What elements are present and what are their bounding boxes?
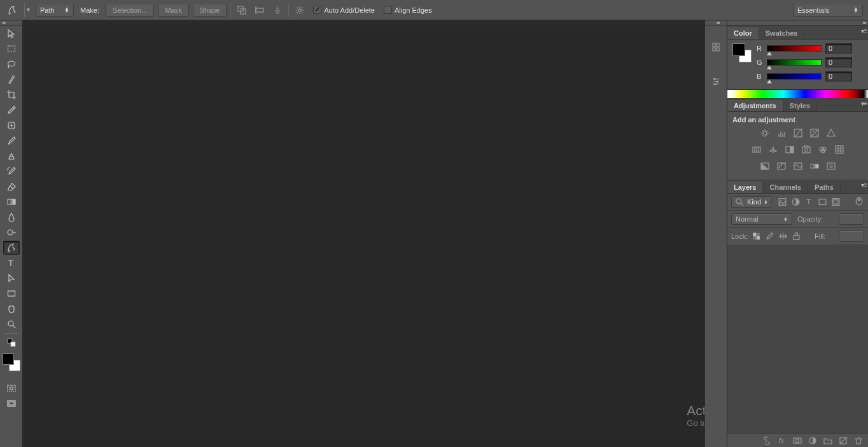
tab-layers[interactable]: Layers <box>727 181 763 193</box>
eraser-tool-icon[interactable] <box>3 180 20 194</box>
screen-mode-icon[interactable] <box>3 397 20 411</box>
tab-styles[interactable]: Styles <box>783 100 817 111</box>
color-fgbg-swatch[interactable] <box>732 43 752 62</box>
g-input[interactable] <box>825 57 852 67</box>
lasso-tool-icon[interactable] <box>3 57 20 71</box>
quick-mask-icon[interactable] <box>3 381 20 395</box>
filter-pixel-icon[interactable] <box>778 197 787 207</box>
path-ops-combine-icon[interactable] <box>235 3 249 17</box>
marquee-tool-icon[interactable] <box>3 42 20 56</box>
photo-filter-icon[interactable] <box>800 144 813 155</box>
dodge-tool-icon[interactable] <box>3 225 20 239</box>
posterize-icon[interactable] <box>775 160 788 172</box>
lock-all-icon[interactable] <box>792 232 801 241</box>
filter-toggle-icon[interactable] <box>854 196 864 208</box>
canvas-area[interactable] <box>23 25 704 447</box>
brush-tool-icon[interactable] <box>3 134 20 148</box>
hue-saturation-icon[interactable] <box>750 144 763 155</box>
gradient-map-icon[interactable] <box>808 160 821 172</box>
tool-preset-picker[interactable]: ▼ <box>24 3 32 17</box>
levels-icon[interactable] <box>775 127 788 139</box>
healing-brush-tool-icon[interactable] <box>3 118 20 132</box>
filter-smart-icon[interactable] <box>831 197 841 207</box>
history-panel-icon[interactable] <box>707 38 725 56</box>
path-selection-tool-icon[interactable] <box>3 271 20 285</box>
panel-menu-icon[interactable]: ▾≡ <box>861 181 867 188</box>
make-mask-button[interactable]: Mask <box>158 4 188 17</box>
eyedropper-tool-icon[interactable] <box>3 103 20 117</box>
link-layers-icon[interactable] <box>762 436 771 445</box>
tab-adjustments[interactable]: Adjustments <box>727 100 783 111</box>
make-selection-button[interactable]: Selection... <box>106 4 154 17</box>
active-tool-icon[interactable] <box>4 2 20 18</box>
lock-transparent-icon[interactable] <box>752 232 761 241</box>
b-input[interactable] <box>825 71 852 82</box>
layers-list[interactable] <box>727 245 868 433</box>
path-align-icon[interactable] <box>253 3 267 17</box>
history-brush-tool-icon[interactable] <box>3 164 20 178</box>
panel-fg-swatch[interactable] <box>732 43 745 56</box>
blur-tool-icon[interactable] <box>3 210 20 224</box>
vibrance-icon[interactable] <box>825 127 837 139</box>
tab-color[interactable]: Color <box>727 27 759 39</box>
invert-icon[interactable] <box>759 160 771 172</box>
brightness-contrast-icon[interactable] <box>759 127 771 139</box>
r-slider[interactable] <box>767 45 822 52</box>
tab-swatches[interactable]: Swatches <box>759 27 805 39</box>
strip-collapse-handle[interactable]: ◂◂ <box>705 20 727 25</box>
crop-tool-icon[interactable] <box>3 88 20 102</box>
panel-menu-icon[interactable]: ▾≡ <box>861 27 867 34</box>
color-balance-icon[interactable] <box>767 144 780 155</box>
clone-stamp-tool-icon[interactable] <box>3 149 20 163</box>
path-arrange-icon[interactable] <box>270 3 284 17</box>
color-lookup-icon[interactable] <box>833 144 846 155</box>
layer-filter-kind-dropdown[interactable]: Kind ▲▼ <box>731 196 771 208</box>
color-spectrum[interactable] <box>727 89 868 98</box>
zoom-tool-icon[interactable] <box>3 317 20 331</box>
panels-collapse-handle[interactable]: ▸▸ <box>727 20 868 25</box>
pen-mode-dropdown[interactable]: Path ▲▼ <box>36 4 74 17</box>
b-slider[interactable] <box>767 73 822 80</box>
make-shape-button[interactable]: Shape <box>193 4 227 17</box>
auto-add-delete-check[interactable]: Auto Add/Delete <box>313 6 375 14</box>
new-layer-icon[interactable] <box>839 436 848 445</box>
foreground-background-swatch[interactable] <box>3 353 20 371</box>
filter-type-icon[interactable]: T <box>804 197 814 207</box>
rectangle-tool-icon[interactable] <box>3 287 20 301</box>
pen-tool-icon[interactable] <box>3 241 20 255</box>
r-input[interactable] <box>825 43 852 53</box>
opacity-dropdown[interactable] <box>839 213 864 225</box>
channel-mixer-icon[interactable] <box>816 144 829 155</box>
tab-channels[interactable]: Channels <box>763 181 808 193</box>
threshold-icon[interactable] <box>792 160 804 172</box>
workspace-dropdown[interactable]: Essentials ▲▼ <box>793 4 863 17</box>
exposure-icon[interactable] <box>808 127 821 139</box>
magic-wand-tool-icon[interactable] <box>3 73 20 87</box>
panel-menu-icon[interactable]: ▾≡ <box>861 100 867 107</box>
tools-collapse-handle[interactable]: ▸▸ <box>0 20 22 25</box>
lock-image-icon[interactable] <box>765 232 774 241</box>
gear-icon[interactable] <box>293 3 307 17</box>
move-tool-icon[interactable] <box>3 27 20 41</box>
lock-position-icon[interactable] <box>778 232 788 241</box>
g-slider[interactable] <box>767 59 822 66</box>
fill-dropdown[interactable] <box>839 231 864 242</box>
black-white-icon[interactable] <box>783 144 796 155</box>
layer-style-icon[interactable]: fx <box>778 436 787 445</box>
layer-mask-icon[interactable] <box>793 436 802 445</box>
default-colors-icon[interactable] <box>3 336 20 350</box>
filter-shape-icon[interactable] <box>818 197 827 207</box>
tab-paths[interactable]: Paths <box>808 181 841 193</box>
align-edges-check[interactable]: Align Edges <box>384 6 432 14</box>
foreground-color-swatch[interactable] <box>3 353 14 365</box>
delete-layer-icon[interactable] <box>854 436 863 445</box>
new-group-icon[interactable] <box>823 436 832 445</box>
adjustment-layer-icon[interactable] <box>808 436 817 445</box>
gradient-tool-icon[interactable] <box>3 195 20 209</box>
selective-color-icon[interactable] <box>825 160 837 172</box>
properties-panel-icon[interactable] <box>707 73 725 90</box>
type-tool-icon[interactable]: T <box>3 256 20 270</box>
curves-icon[interactable] <box>792 127 804 139</box>
blend-mode-dropdown[interactable]: Normal ▲▼ <box>731 213 792 225</box>
hand-tool-icon[interactable] <box>3 302 20 316</box>
